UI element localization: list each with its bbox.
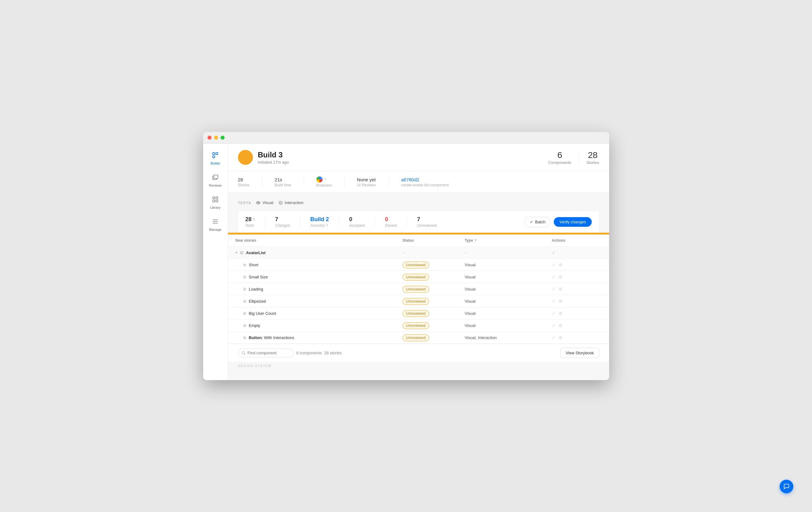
- commit-hash-link[interactable]: a6780d2: [401, 177, 419, 182]
- deny-icon[interactable]: ⊘: [559, 287, 562, 292]
- sidebar-item-library[interactable]: Library: [205, 193, 225, 212]
- deny-icon[interactable]: ⊘: [559, 262, 562, 267]
- view-storybook-button[interactable]: View Storybook: [560, 348, 599, 358]
- table-row: ▣ Ellipsized Unreviewed Visual ✓ ⊘: [228, 295, 609, 307]
- status-badge: Unreviewed: [403, 274, 429, 280]
- test-stat-div-1: [265, 218, 265, 227]
- deny-icon[interactable]: ⊘: [559, 274, 562, 279]
- denied-label: Denied: [385, 223, 397, 228]
- components-label: Components: [548, 160, 571, 165]
- accept-icon[interactable]: ✓: [552, 311, 556, 316]
- story-actions: ✓ ⊘: [552, 299, 602, 304]
- header-section: Build 3 Initiated 17m ago 6 Components 2…: [228, 144, 609, 171]
- deny-icon[interactable]: ⊘: [559, 335, 562, 340]
- minimize-button[interactable]: [214, 135, 218, 140]
- meta-buildtime-label: Build time: [275, 183, 291, 187]
- svg-rect-1: [213, 156, 215, 158]
- ancestor-build-link[interactable]: Build 2: [310, 216, 329, 223]
- group-actions: ✓: [552, 250, 602, 255]
- tests-count-label: Tests: [245, 223, 255, 228]
- story-icon: ▣: [243, 287, 246, 291]
- stat-divider: [579, 151, 579, 163]
- deny-icon[interactable]: ⊘: [559, 299, 562, 304]
- sidebar-item-reviews[interactable]: Reviews: [205, 171, 225, 190]
- meta-commit-branch: create-avatar-list-component: [401, 183, 448, 187]
- svg-rect-4: [216, 197, 218, 199]
- story-name-cell: ▣ Short: [235, 263, 403, 267]
- ancestor-info-icon[interactable]: ?: [326, 224, 328, 228]
- chat-button[interactable]: [780, 480, 793, 493]
- main-content: Build 3 Initiated 17m ago 6 Components 2…: [228, 144, 609, 380]
- maximize-button[interactable]: [221, 135, 225, 140]
- batch-button[interactable]: ✓ Batch: [525, 217, 551, 227]
- status-badge: Unreviewed: [403, 262, 429, 268]
- build-stats: 6 Components 28 Stories: [548, 150, 599, 165]
- story-status: Unreviewed: [403, 286, 465, 292]
- browsers-info-icon[interactable]: ?: [324, 178, 326, 181]
- stories-count: 28: [586, 150, 599, 160]
- stories-stat: 28 Stories: [586, 150, 599, 165]
- sidebar-item-manage[interactable]: Manage: [205, 215, 225, 235]
- meta-browsers-value: ?: [316, 176, 332, 183]
- story-name-cell: ▣ Ellipsized: [235, 299, 403, 304]
- accept-icon[interactable]: ✓: [552, 299, 556, 304]
- deny-icon[interactable]: ⊘: [559, 311, 562, 316]
- meta-buildtime-value: 21s: [275, 177, 291, 182]
- story-indent: ▣ Loading: [243, 287, 263, 292]
- story-icon: ▣: [243, 263, 246, 267]
- svg-rect-6: [216, 200, 218, 202]
- chevron-down-icon[interactable]: ▾: [235, 251, 237, 255]
- accept-icon[interactable]: ✓: [552, 262, 556, 267]
- test-stat-div-3: [339, 218, 339, 227]
- meta-divider-4: [388, 177, 388, 187]
- chat-icon: [783, 483, 790, 490]
- table-row: ▣ Empty Unreviewed Visual ✓ ⊘: [228, 320, 609, 332]
- search-input[interactable]: [238, 349, 294, 357]
- status-badge: Unreviewed: [403, 310, 429, 317]
- ancestor-stat: Build 2 Ancestor ?: [310, 216, 329, 228]
- accept-icon[interactable]: ✓: [552, 335, 556, 340]
- component-count: 6 components: [296, 351, 322, 355]
- sidebar-item-builds[interactable]: Builds: [205, 149, 225, 168]
- meta-browsers-label: Browsers: [316, 183, 332, 187]
- filter-visual-label: Visual: [262, 200, 273, 205]
- filter-visual[interactable]: Visual: [256, 200, 273, 205]
- build-initiated: Initiated 17m ago: [258, 160, 289, 164]
- meta-stories-value: 28: [238, 177, 250, 182]
- story-type: Visual: [465, 299, 552, 304]
- story-name-suffix: : With Interactions: [262, 335, 294, 340]
- svg-rect-5: [213, 200, 215, 202]
- meta-stories: 28 Stories: [238, 177, 250, 187]
- library-icon: [212, 196, 219, 204]
- story-indent: ▣ Big User Count: [243, 311, 276, 316]
- tests-info-icon[interactable]: ?: [253, 218, 255, 221]
- chrome-icon: [316, 176, 323, 183]
- unreviewed-num: 7: [417, 216, 436, 223]
- build-title: Build 3: [258, 151, 289, 159]
- table-row: ▣ Short Unreviewed Visual ✓ ⊘: [228, 259, 609, 271]
- svg-rect-0: [213, 153, 215, 155]
- unreviewed-label: Unreviewed: [417, 223, 436, 228]
- reviews-icon: [212, 174, 219, 182]
- filter-interaction[interactable]: Interaction: [279, 200, 303, 205]
- deny-icon[interactable]: ⊘: [559, 323, 562, 328]
- close-button[interactable]: [207, 135, 211, 140]
- accept-icon[interactable]: ✓: [552, 287, 556, 292]
- type-info-icon[interactable]: ?: [474, 239, 476, 242]
- story-status: Unreviewed: [403, 323, 465, 328]
- accept-icon[interactable]: ✓: [552, 274, 556, 279]
- group-accept-icon[interactable]: ✓: [552, 250, 556, 255]
- table-row: ▣ Button: With Interactions Unreviewed V…: [228, 332, 609, 344]
- library-label: Library: [210, 206, 221, 209]
- components-count: 6: [548, 150, 571, 160]
- meta-stories-label: Stories: [238, 183, 250, 187]
- story-indent: ▣ Button: With Interactions: [243, 335, 294, 340]
- story-name-bold: Button: [249, 335, 262, 340]
- accept-icon[interactable]: ✓: [552, 323, 556, 328]
- test-stats-left: 28 ? Tests 7 Changes Build 2: [245, 216, 437, 228]
- story-icon: ▣: [243, 299, 246, 303]
- unreviewed-stat: 7 Unreviewed: [417, 216, 436, 228]
- verify-button[interactable]: Verify changes: [554, 217, 591, 227]
- story-type: Visual, Interaction: [465, 335, 552, 340]
- story-type: Visual: [465, 311, 552, 316]
